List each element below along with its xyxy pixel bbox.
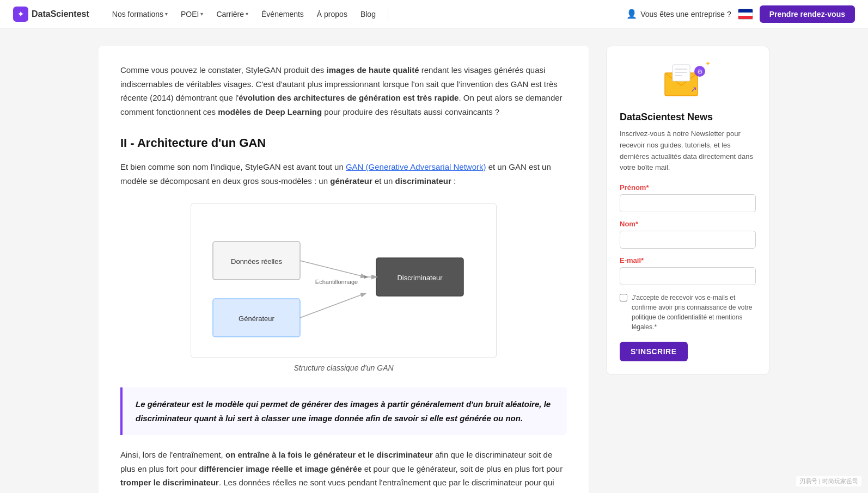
svg-text:Echantillonnage: Echantillonnage	[315, 279, 358, 285]
language-flag[interactable]	[738, 9, 753, 20]
sidebar-illustration: ⚙ ✦ ↗	[620, 59, 756, 103]
section-2-title: II - Architecture d'un GAN	[120, 136, 567, 150]
svg-marker-11	[364, 275, 369, 279]
watermark: 刃易号 | 时尚玩家岳司	[796, 476, 861, 486]
nav-link-carriere[interactable]: Carrière ▾	[211, 7, 254, 22]
nav-link-evenements[interactable]: Événements	[256, 7, 309, 22]
email-label: E-mail*	[620, 256, 756, 264]
section-2-intro: Et bien comme son nom l'indique, StyleGA…	[120, 160, 567, 188]
chevron-down-icon: ▾	[200, 11, 203, 17]
logo[interactable]: ✦ DataScientest	[13, 7, 89, 22]
svg-text:↗: ↗	[690, 85, 697, 94]
chevron-down-icon: ▾	[165, 11, 168, 17]
svg-line-7	[300, 293, 365, 318]
nav-link-formations[interactable]: Nos formations ▾	[107, 7, 173, 22]
sidebar-card: ⚙ ✦ ↗ DataScientest News Inscrivez-vous …	[606, 46, 769, 375]
prenom-input[interactable]	[620, 194, 756, 212]
logo-text: DataScientest	[32, 9, 89, 19]
nav-right: 👤 Vous êtes une entreprise ? Prendre ren…	[626, 5, 855, 23]
svg-line-6	[300, 261, 365, 277]
svg-text:⚙: ⚙	[697, 68, 703, 76]
subscribe-button[interactable]: S'INSCRIRE	[620, 342, 688, 361]
svg-text:Données réelles: Données réelles	[231, 257, 282, 266]
sidebar-title: DataScientest News	[620, 112, 756, 123]
navbar: ✦ DataScientest Nos formations ▾ POEI ▾ …	[0, 0, 868, 28]
nav-separator	[388, 9, 388, 20]
svg-text:Discriminateur: Discriminateur	[397, 274, 443, 282]
svg-text:Générateur: Générateur	[239, 315, 274, 323]
nav-link-poei[interactable]: POEI ▾	[175, 7, 209, 22]
sidebar: ⚙ ✦ ↗ DataScientest News Inscrivez-vous …	[606, 46, 769, 493]
enterprise-icon: 👤	[626, 9, 637, 19]
main-content: Comme vous pouvez le constater, StyleGAN…	[99, 46, 589, 493]
gan-link[interactable]: GAN (Generative Adversarial Network)	[346, 162, 486, 171]
consent-label: J'accepte de recevoir vos e-mails et con…	[632, 293, 756, 332]
cta-button[interactable]: Prendre rendez-vous	[760, 5, 855, 23]
email-input[interactable]	[620, 267, 756, 285]
intro-paragraph: Comme vous pouvez le constater, StyleGAN…	[120, 63, 567, 119]
sidebar-desc: Inscrivez-vous à notre Newsletter pour r…	[620, 128, 756, 174]
prenom-group: Prénom*	[620, 183, 756, 212]
consent-group: J'accepte de recevoir vos e-mails et con…	[620, 293, 756, 332]
diagram-caption: Structure classique d'un GAN	[294, 363, 393, 372]
nav-links: Nos formations ▾ POEI ▾ Carrière ▾ Événe…	[107, 7, 626, 22]
closing-paragraph: Ainsi, lors de l'entraînement, on entraî…	[120, 448, 567, 493]
logo-icon: ✦	[13, 7, 28, 22]
nom-input[interactable]	[620, 231, 756, 249]
page-layout: Comme vous pouvez le constater, StyleGAN…	[85, 28, 783, 493]
nav-link-apropos[interactable]: À propos	[311, 7, 353, 22]
email-group: E-mail*	[620, 256, 756, 285]
nom-group: Nom*	[620, 220, 756, 249]
consent-checkbox[interactable]	[620, 294, 627, 301]
highlight-blockquote: Le générateur est le modèle qui permet d…	[120, 387, 567, 435]
svg-rect-13	[673, 65, 690, 81]
newsletter-form: Prénom* Nom* E-mail*	[620, 183, 756, 361]
prenom-label: Prénom*	[620, 183, 756, 192]
nav-link-blog[interactable]: Blog	[355, 7, 381, 22]
svg-text:✦: ✦	[705, 60, 711, 67]
enterprise-link[interactable]: 👤 Vous êtes une entreprise ?	[626, 9, 731, 19]
diagram-container: Données réelles Générateur Discriminateu…	[120, 203, 567, 372]
diagram-svg: Données réelles Générateur Discriminateu…	[191, 203, 497, 358]
nom-label: Nom*	[620, 220, 756, 228]
blockquote-text: Le générateur est le modèle qui permet d…	[136, 397, 554, 425]
chevron-down-icon: ▾	[246, 11, 248, 17]
